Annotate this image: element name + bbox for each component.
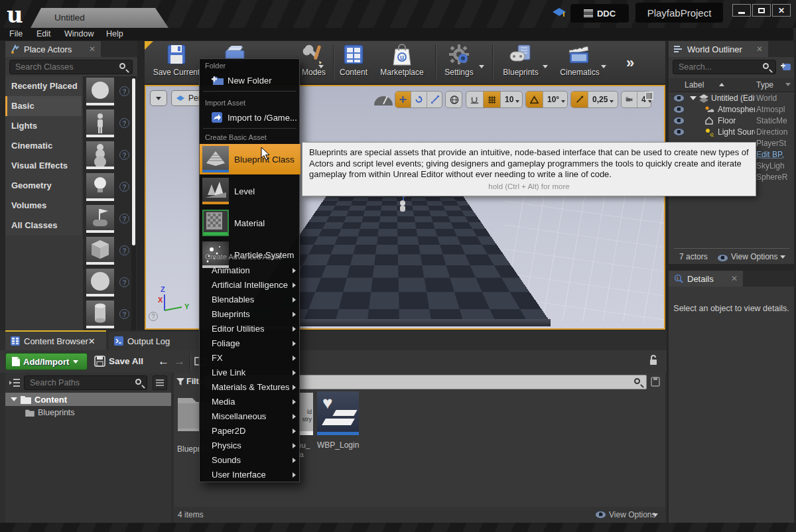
rotation-snap-button[interactable] bbox=[526, 92, 543, 107]
sources-toggle-icon[interactable] bbox=[9, 378, 20, 387]
camera-speed-button[interactable] bbox=[622, 92, 637, 107]
outliner-search-input[interactable] bbox=[673, 60, 776, 74]
outliner-column-headers[interactable]: Label Type bbox=[669, 78, 794, 92]
menu-item-media[interactable]: Media bbox=[200, 395, 300, 409]
close-icon[interactable]: ✕ bbox=[89, 44, 96, 54]
menu-item-miscellaneous[interactable]: Miscellaneous bbox=[200, 409, 300, 424]
category-cinematic[interactable]: Cinematic bbox=[5, 136, 82, 156]
help-icon[interactable]: ? bbox=[119, 277, 129, 287]
paths-menu-button[interactable] bbox=[153, 375, 167, 390]
cinematics-dropdown-icon[interactable] bbox=[601, 65, 606, 68]
search-paths-input[interactable] bbox=[24, 375, 147, 390]
category-basic[interactable]: Basic bbox=[5, 96, 82, 116]
graduation-cap-icon[interactable] bbox=[553, 8, 566, 19]
visibility-eye-icon[interactable] bbox=[674, 117, 684, 124]
edit-bp-link[interactable]: Edit BP, bbox=[756, 150, 794, 159]
close-icon[interactable]: ✕ bbox=[88, 336, 96, 346]
category-all-classes[interactable]: All Classes bbox=[5, 216, 82, 235]
help-icon[interactable]: ? bbox=[119, 309, 129, 319]
visibility-eye-icon[interactable] bbox=[674, 129, 684, 135]
menu-item-level[interactable]: Level bbox=[200, 176, 300, 206]
item-sphere-2[interactable] bbox=[86, 269, 114, 297]
outliner-row[interactable]: Atmospher Atmospl bbox=[669, 104, 794, 115]
menu-item-foliage[interactable]: Foliage bbox=[200, 336, 300, 351]
asset-wbp-login[interactable]: ♥ bbox=[317, 391, 359, 435]
save-search-icon[interactable] bbox=[651, 377, 660, 387]
outliner-view-options[interactable]: View Options bbox=[731, 252, 777, 261]
menu-item-materials-textures[interactable]: Materials & Textures bbox=[200, 380, 300, 395]
cb-view-options[interactable]: View Options bbox=[609, 510, 655, 519]
menu-item-editor-utilities[interactable]: Editor Utilities bbox=[200, 322, 300, 336]
back-arrow-icon[interactable]: ← bbox=[158, 355, 169, 368]
menu-edit[interactable]: Edit bbox=[36, 29, 51, 38]
menu-item-blueprints[interactable]: Blueprints bbox=[200, 307, 300, 322]
blueprints-button[interactable]: Blueprints bbox=[498, 42, 544, 77]
menu-item-user-interface[interactable]: User Interface bbox=[200, 468, 300, 482]
scale-tool-button[interactable] bbox=[427, 92, 442, 107]
tree-item-blueprints[interactable]: Blueprints bbox=[5, 406, 171, 419]
save-current-button[interactable]: Save Current bbox=[150, 42, 203, 77]
item-player-start[interactable] bbox=[86, 205, 114, 233]
help-icon[interactable]: ? bbox=[119, 86, 129, 96]
help-icon[interactable]: ? bbox=[119, 214, 129, 224]
category-geometry[interactable]: Geometry bbox=[5, 176, 82, 196]
menu-help[interactable]: Help bbox=[106, 29, 123, 38]
menu-item-artificial-intelligence[interactable]: Artificial Intelligence bbox=[200, 278, 300, 293]
menu-item-sounds[interactable]: Sounds bbox=[200, 453, 300, 468]
modes-dropdown-icon[interactable] bbox=[318, 65, 324, 68]
tree-item-content[interactable]: Content bbox=[5, 393, 171, 406]
maximize-viewport-icon[interactable] bbox=[645, 92, 653, 100]
menu-file[interactable]: File bbox=[9, 29, 23, 38]
settings-button[interactable]: Settings bbox=[440, 42, 478, 77]
add-actor-icon[interactable] bbox=[780, 61, 792, 72]
item-cube[interactable] bbox=[86, 237, 114, 265]
blueprints-dropdown-icon[interactable] bbox=[543, 65, 548, 68]
camera-speed-gauge-icon[interactable] bbox=[371, 88, 395, 107]
help-icon[interactable]: ? bbox=[119, 150, 129, 160]
expand-arrow-icon[interactable] bbox=[690, 96, 696, 100]
category-lights[interactable]: Lights bbox=[5, 116, 82, 136]
item-pawn[interactable] bbox=[86, 141, 114, 169]
category-visual-effects[interactable]: Visual Effects bbox=[5, 156, 82, 176]
lock-icon[interactable] bbox=[649, 354, 658, 366]
content-button[interactable]: Content bbox=[334, 42, 373, 77]
menu-item-new-folder[interactable]: New Folder bbox=[200, 72, 300, 88]
visibility-eye-icon[interactable] bbox=[674, 106, 684, 113]
maximize-button[interactable] bbox=[752, 4, 771, 17]
menu-item-paper2d[interactable]: Paper2D bbox=[200, 424, 300, 438]
settings-dropdown-icon[interactable] bbox=[479, 65, 484, 68]
category-volumes[interactable]: Volumes bbox=[5, 196, 82, 216]
grid-snap-value[interactable]: 10 bbox=[501, 92, 523, 107]
cinematics-button[interactable]: Cinematics bbox=[555, 42, 605, 77]
tab-content-browser[interactable]: Content Browser✕ bbox=[5, 332, 106, 350]
outliner-row[interactable]: Untitled (Edit World bbox=[669, 93, 794, 104]
menu-item-blueprint-class[interactable]: Blueprint Class bbox=[200, 144, 300, 174]
search-classes-input[interactable] bbox=[9, 60, 133, 74]
menu-window[interactable]: Window bbox=[64, 29, 94, 38]
scrollbar-thumb[interactable] bbox=[132, 78, 135, 245]
help-icon[interactable]: ? bbox=[119, 182, 129, 192]
help-icon[interactable]: ? bbox=[119, 118, 129, 128]
menu-item-import[interactable]: Import to /Game... bbox=[200, 109, 300, 125]
tab-details[interactable]: i Details✕ bbox=[669, 271, 743, 287]
menu-item-material[interactable]: Material bbox=[200, 208, 300, 238]
scale-snap-button[interactable] bbox=[571, 92, 588, 107]
item-character[interactable] bbox=[86, 109, 114, 137]
close-icon[interactable]: ✕ bbox=[731, 274, 738, 283]
menu-item-animation[interactable]: Animation bbox=[200, 263, 300, 278]
grid-snap-button[interactable] bbox=[484, 92, 501, 107]
outliner-row[interactable]: Floor StaticMe bbox=[669, 115, 794, 127]
menu-item-blendables[interactable]: Blendables bbox=[200, 293, 300, 307]
tab-place-actors[interactable]: Place Actors✕ bbox=[5, 41, 101, 57]
toolbar-overflow-icon[interactable]: » bbox=[626, 54, 634, 72]
item-point-light[interactable] bbox=[86, 173, 114, 201]
close-button[interactable]: ✕ bbox=[772, 4, 791, 17]
category-recently-placed[interactable]: Recently Placed bbox=[5, 76, 82, 96]
close-icon[interactable]: ✕ bbox=[756, 44, 763, 54]
tab-world-outliner[interactable]: World Outliner✕ bbox=[669, 41, 768, 57]
viewport-options-button[interactable] bbox=[150, 90, 167, 106]
outliner-row[interactable]: Light Sourc Direction bbox=[669, 127, 794, 138]
filters-funnel-icon[interactable] bbox=[176, 378, 184, 385]
minimize-button[interactable] bbox=[732, 4, 751, 17]
menu-item-live-link[interactable]: Live Link bbox=[200, 366, 300, 380]
